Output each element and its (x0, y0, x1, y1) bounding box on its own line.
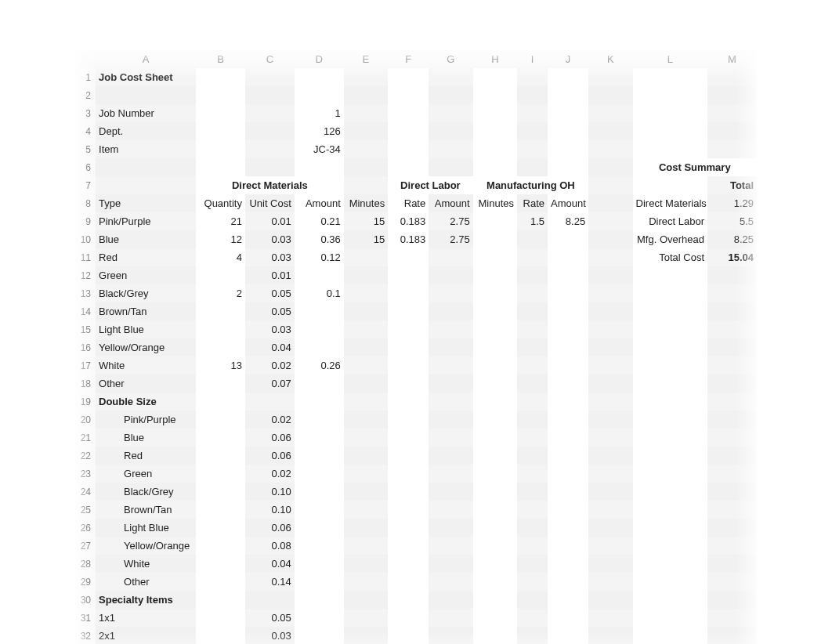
cell-F6[interactable] (388, 158, 429, 176)
cell-A31[interactable]: 1x1 (96, 609, 196, 627)
cell-C2[interactable] (245, 86, 295, 104)
cell-M24[interactable] (707, 483, 757, 501)
cell-B31[interactable] (196, 609, 245, 627)
cell-B32[interactable] (196, 627, 245, 644)
cell-G12[interactable] (429, 266, 472, 284)
cell-I20[interactable] (517, 411, 548, 429)
cell-M31[interactable] (707, 609, 757, 627)
row-10[interactable]: 10Blue120.030.36150.1832.75Mfg. Overhead… (75, 230, 757, 248)
row-4[interactable]: 4Dept.126 (75, 122, 757, 140)
cell-D16[interactable] (295, 338, 344, 356)
cell-K20[interactable] (588, 411, 632, 429)
cell-K8[interactable] (588, 194, 632, 212)
cell-B16[interactable] (196, 338, 245, 356)
cell-B22[interactable] (196, 447, 245, 465)
cell-J27[interactable] (548, 537, 588, 555)
cell-H19[interactable] (473, 393, 517, 411)
cell-I21[interactable] (517, 429, 548, 447)
row-header-7[interactable]: 7 (75, 176, 96, 194)
col-header-D[interactable]: D (295, 50, 344, 68)
cell-M28[interactable] (707, 555, 757, 573)
cell-D15[interactable] (295, 320, 344, 338)
cell-H7[interactable]: Manufacturing OH (473, 176, 589, 194)
cell-K27[interactable] (588, 537, 632, 555)
cell-K28[interactable] (588, 555, 632, 573)
cell-J12[interactable] (548, 266, 588, 284)
row-header-17[interactable]: 17 (75, 356, 96, 374)
cell-I9[interactable]: 1.5 (517, 212, 548, 230)
cell-M22[interactable] (707, 447, 757, 465)
cell-J32[interactable] (548, 627, 588, 644)
cell-I11[interactable] (517, 248, 548, 266)
cell-J25[interactable] (548, 501, 588, 519)
cell-J2[interactable] (548, 86, 588, 104)
cell-C22[interactable]: 0.06 (245, 447, 295, 465)
cell-G10[interactable]: 2.75 (429, 230, 472, 248)
cell-L9[interactable]: Direct Labor (633, 212, 707, 230)
row-header-9[interactable]: 9 (75, 212, 96, 230)
cell-L23[interactable] (633, 465, 707, 483)
cell-C4[interactable] (245, 122, 295, 140)
cell-J17[interactable] (548, 356, 588, 374)
cell-A3[interactable]: Job Number (96, 104, 196, 122)
cell-C16[interactable]: 0.04 (245, 338, 295, 356)
cell-B3[interactable] (196, 104, 245, 122)
cell-B29[interactable] (196, 573, 245, 591)
cell-K2[interactable] (588, 86, 632, 104)
cell-I2[interactable] (517, 86, 548, 104)
row-header-18[interactable]: 18 (75, 374, 96, 393)
cell-F23[interactable] (388, 465, 429, 483)
cell-G14[interactable] (429, 302, 472, 320)
cell-L20[interactable] (633, 411, 707, 429)
cell-M17[interactable] (707, 356, 757, 374)
cell-E16[interactable] (344, 338, 388, 356)
cell-L13[interactable] (633, 284, 707, 302)
cell-G26[interactable] (429, 519, 472, 537)
cell-J21[interactable] (548, 429, 588, 447)
cell-G2[interactable] (429, 86, 472, 104)
cell-H14[interactable] (473, 302, 517, 320)
cell-D24[interactable] (295, 483, 344, 501)
cell-G32[interactable] (429, 627, 472, 644)
cell-G16[interactable] (429, 338, 472, 356)
cell-H6[interactable] (473, 158, 517, 176)
row-header-32[interactable]: 32 (75, 627, 96, 644)
cell-D1[interactable] (295, 68, 344, 86)
cell-D21[interactable] (295, 429, 344, 447)
cell-K26[interactable] (588, 519, 632, 537)
cell-E19[interactable] (344, 393, 388, 411)
cell-C31[interactable]: 0.05 (245, 609, 295, 627)
cell-A11[interactable]: Red (96, 248, 196, 266)
cell-H10[interactable] (473, 230, 517, 248)
cell-B4[interactable] (196, 122, 245, 140)
cell-E32[interactable] (344, 627, 388, 644)
cell-G18[interactable] (429, 374, 472, 393)
cell-E7[interactable] (344, 176, 388, 194)
row-7[interactable]: 7Direct MaterialsDirect LaborManufacturi… (75, 176, 757, 194)
cell-B15[interactable] (196, 320, 245, 338)
cell-J18[interactable] (548, 374, 588, 393)
cell-A14[interactable]: Brown/Tan (96, 302, 196, 320)
cell-D6[interactable] (295, 158, 344, 176)
cell-G21[interactable] (429, 429, 472, 447)
cell-G4[interactable] (429, 122, 472, 140)
cell-H18[interactable] (473, 374, 517, 393)
cell-J20[interactable] (548, 411, 588, 429)
cell-M14[interactable] (707, 302, 757, 320)
cell-A20[interactable]: Pink/Purple (96, 411, 196, 429)
cell-J24[interactable] (548, 483, 588, 501)
row-11[interactable]: 11Red40.030.12Total Cost15.04 (75, 248, 757, 266)
cell-G13[interactable] (429, 284, 472, 302)
cell-B9[interactable]: 21 (196, 212, 245, 230)
row-header-26[interactable]: 26 (75, 519, 96, 537)
cell-E27[interactable] (344, 537, 388, 555)
cell-K17[interactable] (588, 356, 632, 374)
cell-G9[interactable]: 2.75 (429, 212, 472, 230)
cell-M13[interactable] (707, 284, 757, 302)
row-2[interactable]: 2 (75, 86, 757, 104)
cell-F31[interactable] (388, 609, 429, 627)
row-header-2[interactable]: 2 (75, 86, 96, 104)
cell-F32[interactable] (388, 627, 429, 644)
cell-D12[interactable] (295, 266, 344, 284)
row-1[interactable]: 1Job Cost Sheet (75, 68, 757, 86)
